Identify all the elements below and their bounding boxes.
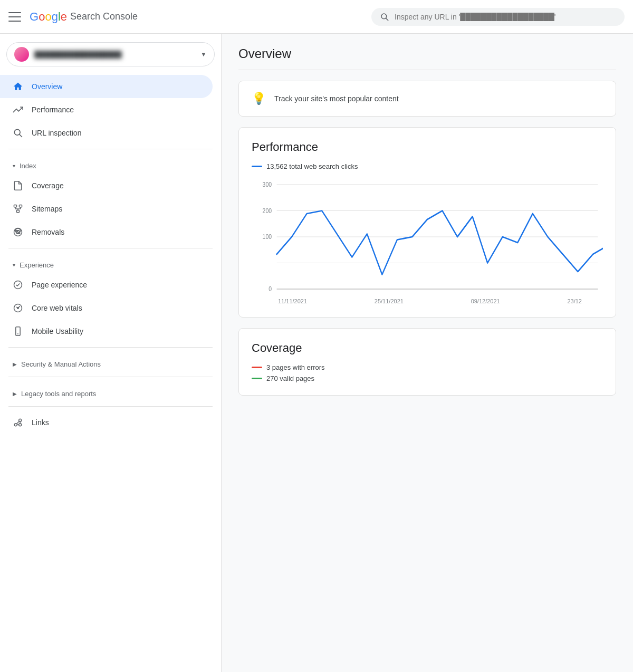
trending-up-icon bbox=[13, 104, 23, 115]
sidebar-item-page-experience[interactable]: Page experience bbox=[0, 273, 213, 296]
sidebar-item-removals-label: Removals bbox=[32, 228, 64, 236]
svg-point-23 bbox=[19, 424, 22, 426]
page-experience-icon bbox=[13, 280, 23, 290]
security-section-label: Security & Manual Actions bbox=[21, 360, 101, 368]
legend-green-line bbox=[252, 378, 262, 379]
search-icon bbox=[380, 12, 389, 22]
legacy-section-label: Legacy tools and reports bbox=[21, 390, 96, 398]
svg-text:300: 300 bbox=[263, 181, 272, 188]
core-web-vitals-icon bbox=[13, 303, 23, 313]
security-section-header[interactable]: ▶ Security & Manual Actions bbox=[0, 352, 221, 372]
sidebar-item-overview[interactable]: Overview bbox=[0, 75, 213, 98]
sidebar-item-core-web-vitals[interactable]: Core web vitals bbox=[0, 296, 213, 320]
sidebar-item-url-inspection[interactable]: URL inspection bbox=[0, 121, 213, 145]
svg-rect-6 bbox=[17, 210, 20, 213]
sidebar-item-overview-label: Overview bbox=[32, 82, 62, 91]
property-selector[interactable]: ██████████████████ ▼ bbox=[6, 42, 215, 66]
svg-text:0: 0 bbox=[268, 286, 272, 293]
lightbulb-icon: 💡 bbox=[252, 92, 266, 105]
app-logo: Google Search Console bbox=[30, 10, 138, 24]
removals-icon bbox=[13, 227, 23, 237]
x-label-4: 23/12 bbox=[567, 298, 582, 304]
page-title: Overview bbox=[238, 46, 616, 61]
home-icon bbox=[13, 81, 23, 92]
svg-point-22 bbox=[19, 419, 22, 421]
index-arrow-icon: ▾ bbox=[13, 163, 15, 169]
sidebar: ██████████████████ ▼ Overview Performanc… bbox=[0, 34, 222, 672]
sidebar-item-links-label: Links bbox=[32, 418, 49, 427]
nav-divider-4 bbox=[8, 377, 213, 377]
index-section-label: Index bbox=[20, 162, 36, 170]
svg-text:200: 200 bbox=[263, 207, 272, 214]
property-name: ██████████████████ bbox=[34, 51, 195, 59]
svg-rect-5 bbox=[20, 205, 22, 207]
chart-x-labels: 11/11/2021 25/11/2021 09/12/2021 23/12 bbox=[252, 298, 603, 304]
sidebar-item-coverage[interactable]: Coverage bbox=[0, 174, 213, 197]
links-icon bbox=[13, 417, 23, 428]
main-content: Overview 💡 Track your site's most popula… bbox=[222, 34, 633, 672]
product-name: Search Console bbox=[70, 11, 138, 22]
svg-text:100: 100 bbox=[263, 234, 272, 241]
coverage-errors-label: 3 pages with errors bbox=[266, 363, 325, 371]
file-icon bbox=[13, 180, 23, 191]
coverage-valid-label: 270 valid pages bbox=[266, 375, 314, 382]
url-search-icon bbox=[13, 128, 23, 138]
mobile-icon bbox=[13, 326, 23, 337]
index-section-header[interactable]: ▾ Index bbox=[0, 153, 221, 174]
nav-divider-2 bbox=[8, 248, 213, 248]
sidebar-item-url-inspection-label: URL inspection bbox=[32, 129, 81, 137]
legend-blue-line bbox=[252, 166, 262, 167]
sidebar-item-removals[interactable]: Removals bbox=[0, 220, 213, 244]
svg-point-21 bbox=[14, 424, 17, 426]
legacy-arrow-icon: ▶ bbox=[13, 391, 17, 397]
svg-line-3 bbox=[20, 135, 22, 137]
nav-divider-1 bbox=[8, 149, 213, 149]
legend-red-line bbox=[252, 367, 262, 368]
experience-section-header[interactable]: ▾ Experience bbox=[0, 253, 221, 273]
sidebar-item-mobile-usability[interactable]: Mobile Usability bbox=[0, 320, 213, 343]
property-avatar bbox=[14, 47, 29, 62]
hamburger-menu[interactable] bbox=[8, 11, 21, 23]
search-bar[interactable] bbox=[371, 8, 625, 26]
app-header: Google Search Console bbox=[0, 0, 633, 34]
x-label-3: 09/12/2021 bbox=[471, 298, 500, 304]
svg-line-26 bbox=[17, 421, 19, 424]
main-layout: ██████████████████ ▼ Overview Performanc… bbox=[0, 34, 633, 672]
sidebar-item-performance[interactable]: Performance bbox=[0, 98, 213, 121]
google-wordmark: Google bbox=[30, 10, 67, 24]
sidebar-item-coverage-label: Coverage bbox=[32, 181, 64, 190]
coverage-valid-legend: 270 valid pages bbox=[252, 375, 603, 382]
security-arrow-icon: ▶ bbox=[13, 361, 17, 367]
legend-label: 13,562 total web search clicks bbox=[266, 162, 358, 170]
nav-divider-5 bbox=[8, 406, 213, 407]
experience-arrow-icon: ▾ bbox=[13, 262, 15, 268]
sidebar-item-sitemaps[interactable]: Sitemaps bbox=[0, 197, 213, 220]
x-label-2: 25/11/2021 bbox=[375, 298, 404, 304]
nav-divider-3 bbox=[8, 347, 213, 348]
experience-section-label: Experience bbox=[20, 261, 54, 269]
sidebar-item-links[interactable]: Links bbox=[0, 411, 213, 434]
svg-rect-4 bbox=[14, 205, 17, 207]
coverage-legend: 3 pages with errors 270 valid pages bbox=[252, 363, 603, 382]
sidebar-item-performance-label: Performance bbox=[32, 105, 74, 114]
sidebar-item-mobile-usability-label: Mobile Usability bbox=[32, 327, 83, 335]
svg-point-18 bbox=[17, 308, 19, 309]
sidebar-item-core-web-vitals-label: Core web vitals bbox=[32, 304, 82, 312]
coverage-errors-legend: 3 pages with errors bbox=[252, 363, 603, 371]
sidebar-item-sitemaps-label: Sitemaps bbox=[32, 205, 62, 213]
performance-card-title: Performance bbox=[252, 140, 603, 154]
content-inner: Overview 💡 Track your site's most popula… bbox=[222, 34, 633, 419]
x-label-1: 11/11/2021 bbox=[278, 298, 307, 304]
performance-chart: 300 200 100 0 bbox=[252, 179, 603, 295]
performance-chart-svg: 300 200 100 0 bbox=[252, 179, 603, 295]
tip-card: 💡 Track your site's most popular content bbox=[238, 81, 616, 117]
chart-legend: 13,562 total web search clicks bbox=[252, 162, 603, 170]
sidebar-item-page-experience-label: Page experience bbox=[32, 281, 87, 289]
svg-line-1 bbox=[386, 18, 388, 20]
coverage-card: Coverage 3 pages with errors 270 valid p… bbox=[238, 328, 616, 396]
search-input[interactable] bbox=[395, 13, 616, 21]
page-title-divider bbox=[238, 70, 616, 70]
coverage-card-title: Coverage bbox=[252, 341, 603, 355]
sitemaps-icon bbox=[13, 204, 23, 214]
legacy-section-header[interactable]: ▶ Legacy tools and reports bbox=[0, 381, 221, 402]
